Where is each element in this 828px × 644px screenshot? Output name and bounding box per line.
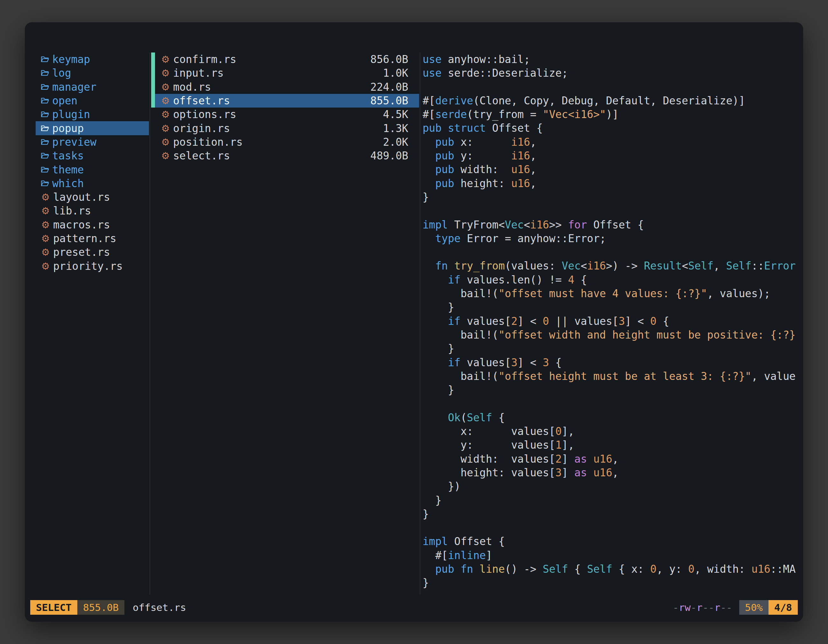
item-label: layout.rs bbox=[53, 191, 110, 203]
file-size-label: 856.0B bbox=[370, 53, 419, 66]
item-label: popup bbox=[52, 122, 84, 135]
file-row-confirm-rs[interactable]: ⚙confirm.rs856.0B bbox=[151, 53, 419, 66]
file-row-input-rs[interactable]: ⚙input.rs1.0K bbox=[151, 66, 419, 80]
code-line: } bbox=[423, 190, 803, 204]
file-name-label: origin.rs bbox=[173, 122, 230, 135]
file-name-label: mod.rs bbox=[173, 81, 211, 93]
folder-icon bbox=[41, 69, 49, 77]
code-line: if values[3] < 3 { bbox=[423, 356, 803, 370]
file-row-position-rs[interactable]: ⚙position.rs2.0K bbox=[151, 135, 419, 149]
item-label: theme bbox=[52, 163, 84, 176]
file-name-label: options.rs bbox=[173, 108, 237, 121]
selection-marker bbox=[151, 53, 155, 66]
code-line: y: values[1], bbox=[423, 438, 803, 452]
folder-icon bbox=[41, 138, 49, 146]
item-label: preview bbox=[52, 136, 96, 148]
file-size-label: 855.0B bbox=[370, 94, 419, 107]
file-name-cell: ⚙options.rs bbox=[161, 108, 383, 121]
status-bar: SELECT 855.0B offset.rs -rw-r--r-- 50% 4… bbox=[30, 600, 798, 615]
file-row-mod-rs[interactable]: ⚙mod.rs224.0B bbox=[151, 80, 419, 94]
rust-file-icon: ⚙ bbox=[161, 54, 170, 65]
parent-item-macros-rs[interactable]: ⚙macros.rs bbox=[36, 218, 149, 232]
file-name-label: position.rs bbox=[173, 136, 243, 148]
parent-item-which[interactable]: which bbox=[36, 177, 149, 190]
code-line: bail!("offset must have 4 values: {:?}",… bbox=[423, 287, 803, 300]
rust-file-icon: ⚙ bbox=[41, 260, 50, 272]
code-line: #[serde(try_from = "Vec<i16>")] bbox=[423, 108, 803, 121]
code-line: }) bbox=[423, 479, 803, 493]
file-row-origin-rs[interactable]: ⚙origin.rs1.3K bbox=[151, 121, 419, 135]
code-line: bail!("offset width and height must be p… bbox=[423, 328, 803, 342]
folder-icon bbox=[41, 97, 49, 104]
parent-item-tasks[interactable]: tasks bbox=[36, 149, 149, 163]
code-line: use serde::Deserialize; bbox=[423, 66, 803, 80]
file-permissions: -rw-r--r-- bbox=[673, 602, 732, 613]
pane-separator-left bbox=[149, 53, 150, 595]
file-name-cell: ⚙origin.rs bbox=[161, 122, 383, 135]
item-label: preset.rs bbox=[53, 246, 110, 259]
rust-file-icon: ⚙ bbox=[161, 95, 170, 106]
parent-item-log[interactable]: log bbox=[36, 66, 149, 80]
code-line: pub struct Offset { bbox=[423, 121, 803, 135]
file-size-label: 1.3K bbox=[383, 122, 419, 135]
folder-icon bbox=[41, 83, 49, 91]
file-size-badge: 855.0B bbox=[77, 600, 124, 615]
parent-item-manager[interactable]: manager bbox=[36, 80, 149, 94]
code-line: if values[2] < 0 || values[3] < 0 { bbox=[423, 314, 803, 328]
code-line bbox=[423, 204, 803, 218]
item-label: tasks bbox=[52, 150, 84, 162]
rust-file-icon: ⚙ bbox=[161, 136, 170, 147]
folder-icon bbox=[41, 56, 49, 63]
parent-item-theme[interactable]: theme bbox=[36, 163, 149, 176]
code-line bbox=[423, 397, 803, 411]
parent-item-preset-rs[interactable]: ⚙preset.rs bbox=[36, 245, 149, 259]
file-size-label: 224.0B bbox=[370, 81, 419, 93]
item-label: which bbox=[52, 177, 84, 190]
parent-item-open[interactable]: open bbox=[36, 94, 149, 108]
code-line: pub y: i16, bbox=[423, 149, 803, 163]
parent-item-layout-rs[interactable]: ⚙layout.rs bbox=[36, 190, 149, 204]
file-size-label: 489.0B bbox=[370, 150, 419, 162]
file-row-offset-rs[interactable]: ⚙offset.rs855.0B bbox=[151, 94, 419, 108]
item-label: plugin bbox=[52, 108, 90, 121]
code-line: width: values[2] as u16, bbox=[423, 452, 803, 466]
parent-item-plugin[interactable]: plugin bbox=[36, 108, 149, 121]
file-name-label: select.rs bbox=[173, 150, 230, 162]
rust-file-icon: ⚙ bbox=[161, 109, 170, 120]
code-line bbox=[423, 245, 803, 259]
parent-item-preview[interactable]: preview bbox=[36, 135, 149, 149]
parent-pane: keymaplogmanageropenpluginpopuppreviewta… bbox=[36, 53, 149, 595]
rust-file-icon: ⚙ bbox=[161, 150, 170, 161]
item-label: priority.rs bbox=[53, 260, 123, 273]
file-name-label: input.rs bbox=[173, 67, 224, 79]
status-filename: offset.rs bbox=[133, 602, 186, 613]
code-line: impl TryFrom<Vec<i16>> for Offset { bbox=[423, 218, 803, 232]
parent-item-keymap[interactable]: keymap bbox=[36, 53, 149, 66]
code-line bbox=[423, 80, 803, 94]
cursor-position-badge: 4/8 bbox=[768, 600, 798, 615]
code-line: } bbox=[423, 507, 803, 521]
parent-item-popup[interactable]: popup bbox=[36, 121, 149, 135]
code-line: } bbox=[423, 342, 803, 356]
code-line: pub x: i16, bbox=[423, 135, 803, 149]
item-label: manager bbox=[52, 81, 96, 93]
code-line: bail!("offset height must be at least 3:… bbox=[423, 370, 803, 383]
folder-icon bbox=[41, 180, 49, 187]
file-name-label: confirm.rs bbox=[173, 53, 237, 66]
code-preview-pane: use anyhow::bail;use serde::Deserialize;… bbox=[423, 53, 803, 595]
code-line: } bbox=[423, 300, 803, 314]
file-row-select-rs[interactable]: ⚙select.rs489.0B bbox=[151, 149, 419, 163]
code-line: height: values[3] as u16, bbox=[423, 466, 803, 479]
pane-separator-right bbox=[420, 53, 420, 595]
parent-item-priority-rs[interactable]: ⚙priority.rs bbox=[36, 259, 149, 273]
parent-item-lib-rs[interactable]: ⚙lib.rs bbox=[36, 204, 149, 218]
item-label: pattern.rs bbox=[53, 232, 116, 245]
parent-item-pattern-rs[interactable]: ⚙pattern.rs bbox=[36, 232, 149, 245]
item-label: lib.rs bbox=[53, 205, 91, 217]
mode-badge: SELECT bbox=[30, 600, 77, 615]
code-line: type Error = anyhow::Error; bbox=[423, 232, 803, 245]
folder-icon bbox=[41, 125, 49, 132]
scroll-percent-badge: 50% bbox=[739, 600, 768, 615]
code-line: Ok(Self { bbox=[423, 411, 803, 425]
file-row-options-rs[interactable]: ⚙options.rs4.5K bbox=[151, 108, 419, 121]
